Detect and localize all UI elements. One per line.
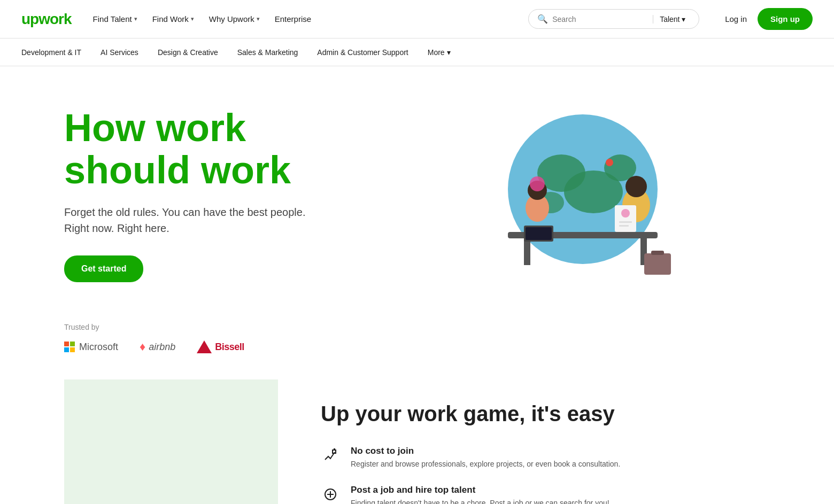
svg-point-11 [530,176,545,191]
svg-rect-22 [333,450,336,453]
feature-item-2: Post a job and hire top talent Finding t… [321,485,791,504]
nav-actions: Log in Sign up [725,8,813,30]
hero-illustration [364,109,770,280]
no-cost-icon [321,446,340,465]
svg-point-5 [606,159,613,166]
signup-button[interactable]: Sign up [758,8,813,30]
hero-section: How workshould work Forget the old rules… [0,66,834,323]
svg-point-19 [621,209,630,218]
subnav-ai-services[interactable]: AI Services [101,48,138,57]
svg-rect-21 [619,225,629,227]
top-navigation: upwork Find Talent ▾ Find Work ▾ Why Upw… [0,0,834,38]
nav-why-upwork[interactable]: Why Upwork ▾ [209,14,260,24]
nav-find-talent[interactable]: Find Talent ▾ [93,14,137,24]
airbnb-logo: ♦ airbnb [140,340,175,354]
trusted-section: Trusted by Microsoft ♦ airbnb Bissell [0,323,834,379]
chevron-down-icon: ▾ [191,15,194,22]
search-icon: 🔍 [537,14,548,24]
feature-text-2: Post a job and hire top talent Finding t… [351,485,609,504]
feature-desc-1: Register and browse professionals, explo… [351,459,620,470]
chevron-down-icon: ▾ [447,48,451,57]
subnav-sales-marketing[interactable]: Sales & Marketing [237,48,298,57]
search-bar: 🔍 Talent ▾ [528,9,699,29]
talent-dropdown[interactable]: Talent ▾ [653,15,685,24]
hero-content: How workshould work Forget the old rules… [64,107,364,282]
features-content: Up your work game, it's easy No cost to … [278,379,834,504]
hero-subtitle: Forget the old rules. You can have the b… [64,204,364,236]
svg-rect-17 [651,251,664,255]
trusted-label: Trusted by [64,323,770,331]
feature-text-1: No cost to join Register and browse prof… [351,446,620,470]
upwork-logo[interactable]: upwork [21,11,72,28]
microsoft-logo: Microsoft [64,342,118,353]
feature-desc-2: Finding talent doesn't have to be a chor… [351,498,609,504]
svg-rect-20 [619,221,632,223]
svg-rect-16 [644,253,671,275]
subnav-development[interactable]: Development & IT [21,48,81,57]
bottom-section: Up your work game, it's easy No cost to … [0,379,834,504]
nav-enterprise[interactable]: Enterprise [275,14,311,24]
feature-title-1: No cost to join [351,446,620,456]
subnav-design-creative[interactable]: Design & Creative [158,48,218,57]
chevron-down-icon: ▾ [257,15,260,22]
hero-title: How workshould work [64,107,364,191]
svg-rect-7 [524,238,530,265]
subnav-more[interactable]: More ▾ [428,48,451,57]
get-started-button[interactable]: Get started [64,255,143,282]
post-job-icon [321,485,340,504]
microsoft-grid-icon [64,342,75,352]
subnav-admin-support[interactable]: Admin & Customer Support [317,48,408,57]
search-input[interactable] [552,15,648,24]
trusted-logos: Microsoft ♦ airbnb Bissell [64,340,770,354]
features-title: Up your work game, it's easy [321,401,791,427]
login-button[interactable]: Log in [725,14,747,24]
hero-image [454,109,679,280]
bissell-triangle-icon [197,340,212,353]
bissell-logo: Bissell [197,340,244,353]
chevron-down-icon: ▾ [134,15,137,22]
chevron-down-icon: ▾ [682,15,685,24]
feature-title-2: Post a job and hire top talent [351,485,609,495]
nav-links: Find Talent ▾ Find Work ▾ Why Upwork ▾ E… [93,14,512,24]
nav-find-work[interactable]: Find Work ▾ [152,14,194,24]
airbnb-icon: ♦ [140,340,145,354]
svg-rect-13 [526,227,552,240]
green-illustration-placeholder [64,379,278,504]
svg-point-15 [626,176,647,197]
sub-navigation: Development & IT AI Services Design & Cr… [0,38,834,66]
feature-item-1: No cost to join Register and browse prof… [321,446,791,470]
